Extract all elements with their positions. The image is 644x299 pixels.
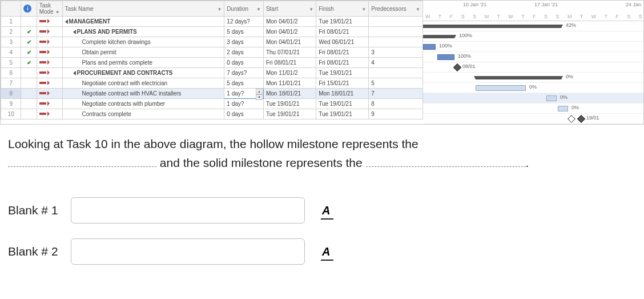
task-bar[interactable] (437, 54, 454, 60)
task-name-cell[interactable]: Plans and permits complete (62, 58, 224, 68)
blank-1-input[interactable] (71, 197, 305, 224)
task-name-cell[interactable]: MANAGEMENT (62, 17, 224, 27)
blank-2-input[interactable] (71, 238, 305, 265)
predecessor-cell[interactable]: 3 (369, 47, 423, 58)
spinner-icon[interactable]: ▲▼ (256, 89, 263, 98)
task-mode-cell[interactable] (37, 89, 62, 99)
indicator-cell: ✔ (21, 47, 37, 58)
duration-cell[interactable]: 5 days (224, 27, 264, 37)
start-cell[interactable]: Mon 04/01/2 (263, 17, 316, 27)
start-cell[interactable]: Mon 18/01/21 (263, 89, 316, 99)
milestone-hollow-icon[interactable] (567, 115, 575, 123)
duration-cell[interactable]: 0 days (224, 58, 264, 68)
gantt-row: 0% (423, 73, 643, 83)
task-bar[interactable] (558, 106, 568, 111)
finish-cell[interactable]: Fri 15/01/21 (316, 78, 369, 89)
predecessors-header[interactable]: Predecessors▼ (369, 1, 423, 17)
predecessor-cell[interactable] (369, 37, 423, 47)
task-name-cell[interactable]: PLANS AND PERMITS (62, 27, 224, 37)
table-row[interactable]: 9 Negotiate contracts with plumber 1 day… (1, 99, 423, 109)
task-mode-cell[interactable] (37, 58, 62, 68)
duration-cell[interactable]: 5 days (224, 78, 264, 89)
predecessor-cell[interactable]: 5 (369, 78, 423, 89)
task-mode-cell[interactable] (37, 109, 62, 119)
duration-cell[interactable]: 2 days (224, 47, 264, 58)
start-cell[interactable]: Tue 19/01/21 (263, 99, 316, 109)
indicator-cell (21, 78, 37, 89)
format-icon[interactable]: A (322, 245, 330, 258)
start-cell[interactable]: Tue 19/01/21 (263, 109, 316, 119)
task-mode-header[interactable]: Task Mode▼ (37, 1, 62, 17)
task-name-cell[interactable]: PROCUREMENT AND CONTRACTS (62, 68, 224, 78)
start-cell[interactable]: Fri 08/01/21 (263, 58, 316, 68)
table-row[interactable]: 8 Negotiate contract with HVAC installer… (1, 89, 423, 99)
milestone-solid-icon[interactable] (453, 63, 461, 71)
task-mode-cell[interactable] (37, 47, 62, 58)
table-row[interactable]: 1 MANAGEMENT 12 days? Mon 04/01/2 Tue 19… (1, 17, 423, 27)
finish-cell[interactable]: Tue 19/01/21 (316, 99, 369, 109)
start-cell[interactable]: Thu 07/01/21 (263, 47, 316, 58)
table-row[interactable]: 2 ✔ PLANS AND PERMITS 5 days Mon 04/01/2… (1, 27, 423, 37)
predecessor-cell[interactable] (369, 68, 423, 78)
start-cell[interactable]: Mon 11/01/21 (263, 78, 316, 89)
milestone-solid-icon[interactable] (577, 115, 585, 123)
task-name-cell[interactable]: Obtain permit (62, 47, 224, 58)
task-bar[interactable] (546, 95, 557, 101)
task-mode-cell[interactable] (37, 68, 62, 78)
finish-cell[interactable]: Tue 19/01/21 (316, 109, 369, 119)
task-bar[interactable] (423, 44, 436, 50)
task-name-cell[interactable]: Contracts complete (62, 109, 224, 119)
task-name-cell[interactable]: Negotiate contract with electrician (62, 78, 224, 89)
duration-cell[interactable]: 1 day? (224, 99, 264, 109)
predecessor-cell[interactable] (369, 17, 423, 27)
predecessor-cell[interactable]: 9 (369, 109, 423, 119)
duration-cell[interactable]: 7 days? (224, 68, 264, 78)
percent-label: 42% (566, 22, 576, 28)
finish-cell[interactable]: Wed 06/01/21 (316, 37, 369, 47)
finish-cell[interactable]: Tue 19/01/21 (316, 68, 369, 78)
duration-cell[interactable]: 0 days (224, 109, 264, 119)
task-name-cell[interactable]: Negotiate contracts with plumber (62, 99, 224, 109)
summary-bar[interactable] (423, 35, 454, 38)
finish-cell[interactable]: Mon 18/01/21 (316, 89, 369, 99)
task-mode-cell[interactable] (37, 78, 62, 89)
table-row[interactable]: 10 Contracts complete 0 days Tue 19/01/2… (1, 109, 423, 119)
task-mode-cell[interactable] (37, 37, 62, 47)
start-cell[interactable]: Mon 04/01/21 (263, 37, 316, 47)
summary-bar[interactable] (476, 76, 561, 79)
finish-cell[interactable]: Tue 19/01/21 (316, 17, 369, 27)
finish-header[interactable]: Finish▼ (316, 1, 369, 17)
duration-cell[interactable]: 3 days (224, 37, 264, 47)
table-row[interactable]: 4 ✔ Obtain permit 2 days Thu 07/01/21 Fr… (1, 47, 423, 58)
indicator-cell (21, 17, 37, 27)
task-mode-cell[interactable] (37, 99, 62, 109)
duration-header[interactable]: Duration▼ (224, 1, 264, 17)
task-name-cell[interactable]: Negotiate contract with HVAC installers (62, 89, 224, 99)
predecessor-cell[interactable] (369, 27, 423, 37)
predecessor-cell[interactable]: 7 (369, 89, 423, 99)
table-row[interactable]: 5 ✔ Plans and permits complete 0 days Fr… (1, 58, 423, 68)
task-name-header[interactable]: Task Name▼ (62, 1, 224, 17)
start-cell[interactable]: Mon 04/01/2 (263, 27, 316, 37)
start-cell[interactable]: Mon 11/01/2 (263, 68, 316, 78)
table-row[interactable]: 6 PROCUREMENT AND CONTRACTS 7 days? Mon … (1, 68, 423, 78)
task-mode-cell[interactable] (37, 27, 62, 37)
finish-cell[interactable]: Fri 08/01/21 (316, 47, 369, 58)
format-icon[interactable]: A (322, 204, 330, 217)
duration-cell[interactable]: 12 days? (224, 17, 264, 27)
task-bar[interactable] (476, 85, 526, 91)
predecessor-cell[interactable]: 4 (369, 58, 423, 68)
week-label: 10 Jan '21 (463, 2, 486, 7)
table-row[interactable]: 3 ✔ Complete kitchen drawings 3 days Mon… (1, 37, 423, 47)
task-mode-cell[interactable] (37, 17, 62, 27)
predecessor-cell[interactable]: 8 (369, 99, 423, 109)
task-name-cell[interactable]: Complete kitchen drawings (62, 37, 224, 47)
percent-label: 0% (566, 74, 573, 79)
finish-cell[interactable]: Fri 08/01/21 (316, 58, 369, 68)
start-header[interactable]: Start▼ (263, 1, 316, 17)
finish-cell[interactable]: Fri 08/01/21 (316, 27, 369, 37)
summary-bar[interactable] (423, 25, 561, 28)
info-header[interactable]: i (21, 1, 37, 17)
duration-cell[interactable]: 1 day?▲▼ (224, 89, 264, 99)
table-row[interactable]: 7 Negotiate contract with electrician 5 … (1, 78, 423, 89)
